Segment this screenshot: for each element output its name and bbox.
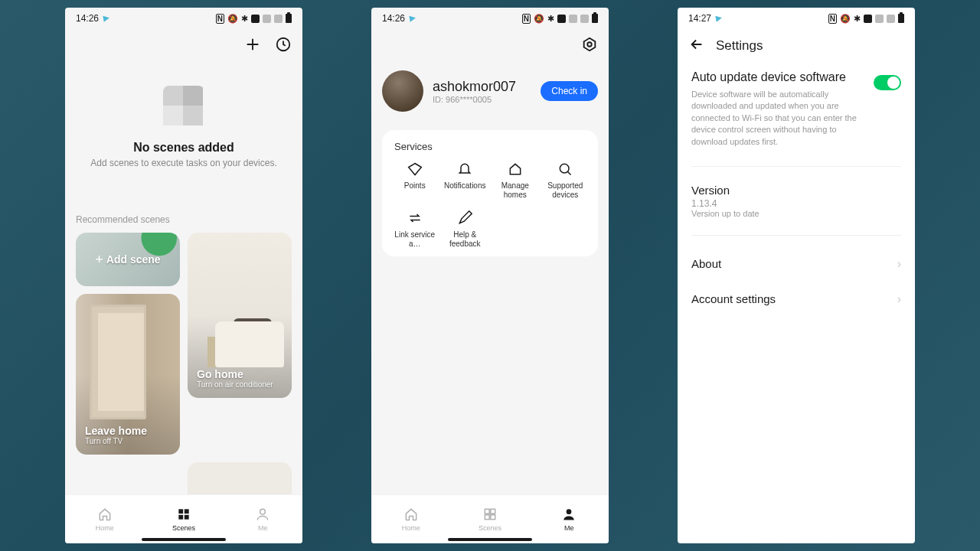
settings-gear-icon[interactable]	[581, 36, 598, 56]
battery-icon	[898, 14, 904, 23]
add-icon[interactable]	[244, 36, 261, 56]
svg-point-7	[587, 42, 592, 47]
clock-time: 14:26	[76, 13, 99, 24]
svc-help-feedback[interactable]: Help & feedback	[440, 210, 491, 249]
dnd-icon: 🔕	[840, 14, 851, 24]
battery-icon	[286, 14, 292, 23]
auto-update-title: Auto update device software	[691, 70, 861, 84]
screen-settings: 14:27 N 🔕 ✱ Settings Auto update device …	[678, 8, 915, 543]
me-content: ashokmor007 ID: 966****0005 Check in Ser…	[371, 63, 609, 494]
dnd-icon: 🔕	[534, 14, 544, 24]
history-icon[interactable]	[275, 36, 292, 56]
empty-subtitle: Add scenes to execute tasks on your devi…	[65, 158, 302, 168]
nav-me[interactable]: Me	[530, 495, 609, 543]
version-number: 1.13.4	[691, 198, 901, 209]
nav-me-label: Me	[564, 524, 574, 532]
svc-supported-devices-label: Supported devices	[541, 181, 591, 200]
version-status: Version up to date	[691, 209, 901, 218]
svc-manage-homes[interactable]: Manage homes	[490, 161, 541, 200]
empty-state-icon	[163, 86, 204, 127]
svc-link-service[interactable]: Link service a…	[390, 210, 440, 249]
svc-manage-homes-label: Manage homes	[490, 181, 541, 200]
signal2-icon	[580, 15, 589, 23]
svg-marker-6	[584, 38, 596, 51]
signal-icon	[569, 15, 577, 23]
signal2-icon	[274, 15, 283, 23]
svg-rect-2	[185, 509, 189, 514]
bluetooth-icon: ✱	[547, 14, 554, 24]
nav-scenes[interactable]: Scenes	[144, 495, 223, 543]
nfc-icon: N	[828, 14, 837, 24]
empty-title: No scenes added	[65, 141, 302, 155]
nav-home[interactable]: Home	[65, 495, 144, 543]
chevron-right-icon: ›	[897, 257, 901, 271]
svg-rect-1	[178, 509, 183, 514]
nav-home-label: Home	[96, 524, 114, 532]
status-bar: 14:26 N 🔕 ✱	[371, 8, 609, 29]
auto-update-row: Auto update device software Device softw…	[678, 63, 915, 155]
signal-icon	[263, 15, 271, 23]
svc-supported-devices[interactable]: Supported devices	[541, 161, 591, 200]
bottom-nav: Home Scenes Me	[371, 494, 609, 543]
svc-help-feedback-label: Help & feedback	[440, 230, 491, 249]
nav-me-label: Me	[258, 524, 268, 532]
screen-scenes: 14:26 N 🔕 ✱ No scenes added Add scenes t…	[65, 8, 302, 543]
go-home-card[interactable]: Go home Turn on air conditioner	[188, 233, 292, 398]
telegram-icon	[103, 15, 109, 21]
wifi-icon	[864, 15, 872, 23]
clock-time: 14:26	[382, 13, 405, 24]
user-id: ID: 966****0005	[433, 95, 531, 104]
signal2-icon	[887, 15, 895, 23]
svg-point-9	[560, 164, 570, 173]
scene-card-placeholder[interactable]	[188, 462, 292, 494]
back-icon[interactable]	[688, 36, 705, 56]
version-label: Version	[691, 184, 901, 197]
page-title: Settings	[716, 38, 763, 54]
recommended-label: Recommended scenes	[65, 214, 302, 225]
version-row[interactable]: Version 1.13.4 Version up to date	[678, 178, 915, 224]
nfc-icon: N	[216, 14, 224, 24]
about-row[interactable]: About ›	[678, 246, 915, 282]
status-bar: 14:27 N 🔕 ✱	[678, 8, 915, 29]
svg-point-14	[567, 509, 572, 514]
about-label: About	[691, 257, 721, 270]
wifi-icon	[251, 15, 260, 23]
leave-home-title: Leave home	[85, 425, 171, 437]
leave-home-card[interactable]: Leave home Turn off TV	[76, 294, 180, 455]
account-settings-label: Account settings	[691, 292, 776, 305]
profile-row[interactable]: ashokmor007 ID: 966****0005 Check in	[371, 63, 609, 119]
scenes-content: No scenes added Add scenes to execute ta…	[65, 63, 302, 494]
svg-rect-13	[491, 515, 495, 520]
nfc-icon: N	[522, 14, 531, 24]
add-scene-card[interactable]: + Add scene	[76, 233, 180, 286]
services-grid: Points Notifications Manage homes Suppor…	[390, 161, 590, 249]
svg-rect-12	[485, 515, 489, 520]
settings-topbar: Settings	[678, 29, 915, 63]
nav-scenes-label: Scenes	[172, 524, 195, 532]
avatar[interactable]	[382, 70, 423, 112]
nav-home[interactable]: Home	[371, 495, 450, 543]
clock-time: 14:27	[688, 13, 711, 24]
svc-points[interactable]: Points	[390, 161, 440, 200]
nav-home-label: Home	[402, 524, 420, 532]
gesture-bar	[142, 538, 226, 541]
checkin-button[interactable]: Check in	[541, 81, 598, 101]
divider	[691, 235, 901, 236]
svg-marker-8	[408, 164, 421, 175]
account-settings-row[interactable]: Account settings ›	[678, 282, 915, 317]
bluetooth-icon: ✱	[241, 14, 248, 24]
battery-icon	[592, 14, 598, 23]
svc-notifications[interactable]: Notifications	[440, 161, 491, 200]
top-actions	[371, 29, 609, 63]
auto-update-toggle[interactable]	[874, 75, 901, 90]
svg-rect-3	[178, 515, 183, 520]
nav-me[interactable]: Me	[224, 495, 302, 543]
username: ashokmor007	[433, 79, 531, 95]
dnd-icon: 🔕	[227, 14, 238, 24]
go-home-sub: Turn on air conditioner	[197, 380, 283, 389]
nav-scenes[interactable]: Scenes	[450, 495, 529, 543]
plus-icon: +	[95, 252, 103, 268]
services-card: Services Points Notifications Manage hom…	[382, 130, 598, 256]
svc-link-service-label: Link service a…	[390, 230, 440, 249]
bottom-nav: Home Scenes Me	[65, 494, 302, 543]
